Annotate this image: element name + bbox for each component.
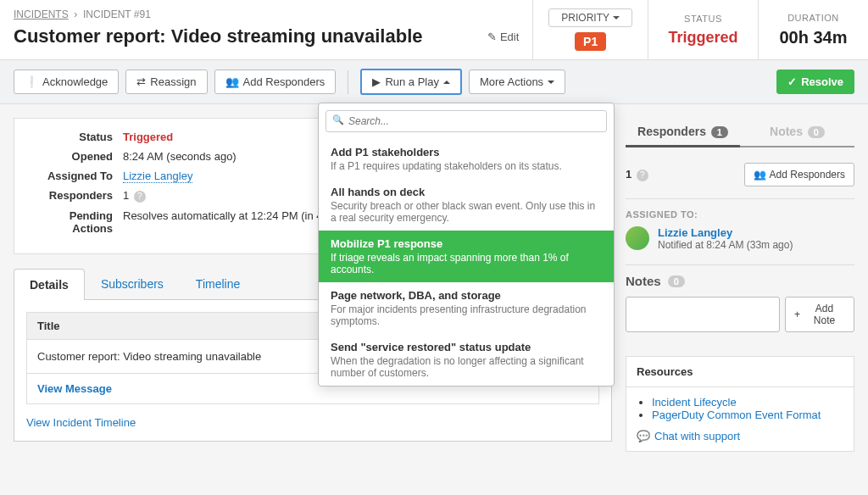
caret-up-icon <box>443 81 450 84</box>
resolve-button[interactable]: ✓ Resolve <box>776 70 854 94</box>
play-item-add-p1-stakeholders[interactable]: Add P1 stakeholders If a P1 requires upd… <box>319 139 614 179</box>
side-tab-notes[interactable]: Notes 0 <box>740 118 854 146</box>
help-icon[interactable]: ? <box>134 191 146 203</box>
add-user-icon: 👥 <box>754 169 766 181</box>
play-search-input[interactable] <box>326 110 607 132</box>
notes-header: Notes <box>626 274 661 288</box>
check-icon: ✓ <box>787 75 797 88</box>
reassign-button[interactable]: ⇄ Reassign <box>125 70 207 94</box>
resource-link-lifecycle[interactable]: Incident Lifecycle <box>652 396 737 409</box>
edit-button[interactable]: ✎ Edit <box>487 31 519 43</box>
play-item-mobilize-p1[interactable]: Mobilize P1 response If triage reveals a… <box>319 231 614 282</box>
notes-count-badge: 0 <box>808 126 825 138</box>
responders-count-badge: 1 <box>711 126 728 138</box>
responders-count-inline: 1 ? <box>626 168 648 181</box>
breadcrumb-root[interactable]: INCIDENTS <box>14 8 69 20</box>
tab-subscribers[interactable]: Subscribers <box>85 268 180 299</box>
view-message-link[interactable]: View Message <box>37 382 112 395</box>
chat-icon: 💬 <box>637 430 650 442</box>
pencil-icon: ✎ <box>487 31 497 43</box>
tab-details[interactable]: Details <box>14 269 85 300</box>
priority-badge: P1 <box>575 32 606 51</box>
play-item-page-network[interactable]: Page network, DBA, and storage For major… <box>319 282 614 334</box>
toolbar-divider <box>348 70 348 94</box>
help-icon[interactable]: ? <box>637 170 648 181</box>
play-item-service-restored[interactable]: Send "service restored" status update Wh… <box>319 334 614 386</box>
add-user-icon: 👥 <box>225 75 239 88</box>
duration-value: 00h 34m <box>779 28 847 47</box>
add-responders-button[interactable]: 👥 Add Responders <box>214 70 337 94</box>
view-timeline-link[interactable]: View Incident Timeline <box>26 416 136 429</box>
assignee-name-link[interactable]: Lizzie Langley <box>658 226 793 239</box>
notes-header-badge: 0 <box>668 275 685 287</box>
assigned-to-label: ASSIGNED TO: <box>626 209 854 220</box>
status-label: STATUS <box>684 14 722 24</box>
assignee-notified-text: Notified at 8:24 AM (33m ago) <box>658 239 793 251</box>
breadcrumb-current: INCIDENT #91 <box>83 8 151 20</box>
swap-icon: ⇄ <box>136 75 146 88</box>
run-play-dropdown: Add P1 stakeholders If a P1 requires upd… <box>318 103 615 387</box>
status-value: Triggered <box>668 29 737 47</box>
add-note-button[interactable]: + Add Note <box>785 297 854 332</box>
resources-header: Resources <box>626 357 854 387</box>
caret-down-icon <box>548 81 554 84</box>
page-title: Customer report: Video streaming unavail… <box>14 25 423 47</box>
summary-assignee-link[interactable]: Lizzie Langley <box>123 170 192 183</box>
avatar <box>626 226 649 250</box>
play-item-all-hands[interactable]: All hands on deck Security breach or oth… <box>319 179 614 231</box>
breadcrumb: INCIDENTS › INCIDENT #91 <box>14 8 519 20</box>
exclamation-icon: ❕ <box>25 75 38 88</box>
acknowledge-button[interactable]: ❕ Acknowledge <box>14 70 119 94</box>
side-tab-responders[interactable]: Responders 1 <box>626 118 740 147</box>
plus-icon: + <box>794 309 800 320</box>
run-play-button[interactable]: ▶ Run a Play <box>360 69 462 95</box>
tab-timeline[interactable]: Timeline <box>180 268 256 299</box>
priority-dropdown[interactable]: PRIORITY <box>548 8 632 27</box>
chat-support-link[interactable]: 💬 Chat with support <box>637 430 843 442</box>
add-responders-side-button[interactable]: 👥 Add Responders <box>744 163 854 186</box>
duration-label: DURATION <box>787 13 839 23</box>
play-icon: ▶ <box>372 75 381 88</box>
more-actions-button[interactable]: More Actions <box>469 70 565 94</box>
resource-link-event-format[interactable]: PagerDuty Common Event Format <box>652 409 821 421</box>
note-input[interactable] <box>626 297 780 332</box>
caret-down-icon <box>613 16 620 19</box>
